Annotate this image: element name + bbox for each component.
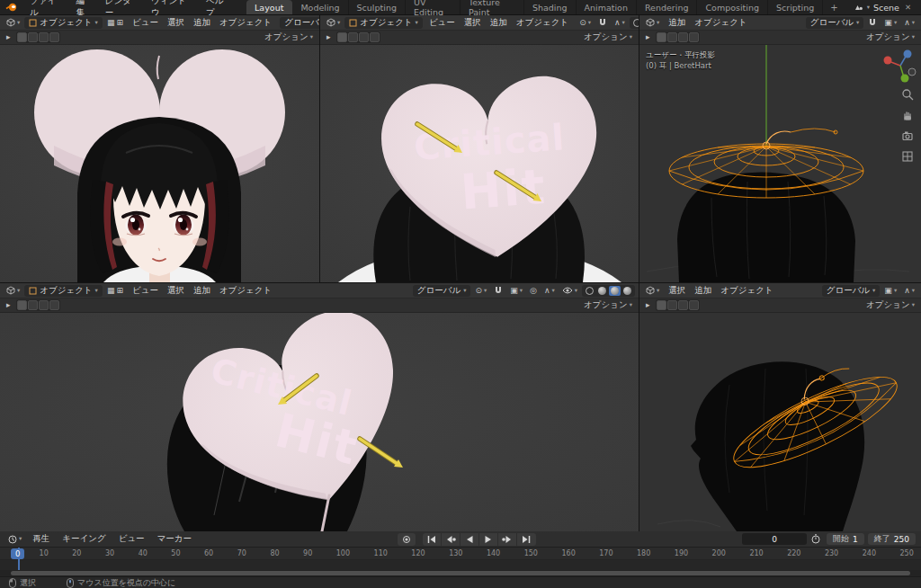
snap-toggle[interactable]	[491, 285, 505, 296]
orientation-dropdown[interactable]: グローバル▾	[413, 285, 471, 297]
editor-type-button[interactable]: ▾	[4, 285, 22, 296]
proportional-falloff-dropdown[interactable]: ∧▾	[901, 286, 917, 296]
scene-selector[interactable]: ▾ Scene ✕	[845, 0, 921, 14]
timeline-scrollbar[interactable]	[0, 570, 921, 576]
start-frame-field[interactable]: 開始1	[827, 533, 864, 545]
scrollbar-handle[interactable]	[11, 571, 910, 575]
play-button[interactable]	[479, 533, 498, 546]
viewport-menu-item[interactable]: 選択	[664, 284, 690, 298]
proportional-toggle[interactable]: ◎	[527, 286, 540, 296]
viewport-menu-item[interactable]: 追加	[690, 284, 716, 298]
toolbar-toggle[interactable]: ▸	[4, 32, 13, 42]
editor-type-button[interactable]: ▾	[5, 534, 24, 545]
viewport-canvas-wire-top[interactable]: ユーザー・平行投影 (0) 耳 | BeretHart	[639, 45, 921, 282]
workspace-tab[interactable]: UV Editing	[406, 0, 460, 14]
viewport-canvas-wire-side[interactable]	[639, 313, 921, 531]
editor-type-button[interactable]: ▾	[4, 17, 22, 28]
options-dropdown[interactable]: オプション▾	[863, 31, 917, 44]
active-tool-buttons[interactable]	[656, 31, 700, 43]
workspace-tab[interactable]: Rendering	[637, 0, 698, 14]
active-tool-buttons[interactable]	[16, 31, 60, 43]
timeline-menu-item[interactable]: マーカー	[151, 533, 198, 545]
workspace-tab[interactable]: Compositing	[697, 0, 768, 14]
viewport-menu-item[interactable]: オブジェクト	[690, 16, 751, 30]
orientation-dropdown[interactable]: グローバル▾	[280, 17, 319, 29]
preview-range-toggle[interactable]	[809, 533, 823, 545]
next-keyframe-button[interactable]	[498, 533, 517, 546]
app-menu-item[interactable]: ウィンドウ	[145, 0, 200, 14]
prev-keyframe-button[interactable]	[442, 533, 460, 546]
proportional-falloff-dropdown[interactable]: ∧▾	[901, 18, 917, 28]
workspace-tab[interactable]: Shading	[524, 0, 577, 14]
proportional-falloff-dropdown[interactable]: ∧▾	[541, 286, 558, 296]
workspace-tab[interactable]: Layout	[246, 0, 292, 14]
active-tool-buttons[interactable]	[656, 299, 700, 311]
add-workspace-button[interactable]: +	[823, 0, 845, 14]
viewport-shading-modes[interactable]	[630, 17, 639, 29]
viewport-menu-item[interactable]: 選択	[163, 16, 189, 30]
workspace-tab[interactable]: Scripting	[768, 0, 823, 14]
snap-target-dropdown[interactable]: ▣▾	[881, 18, 899, 28]
end-frame-field[interactable]: 終了250	[868, 533, 916, 545]
zoom-icon[interactable]	[901, 88, 914, 101]
viewport-menu-item[interactable]: 選択	[163, 284, 189, 298]
camera-view-icon[interactable]	[901, 129, 914, 142]
snap-toggle[interactable]	[595, 17, 610, 28]
workspace-tab[interactable]: Texture Paint	[460, 0, 524, 14]
toolbar-toggle[interactable]: ▸	[4, 300, 13, 310]
viewport-canvas-angle[interactable]: Critical Hit	[0, 313, 639, 531]
timeline-ruler[interactable]: 0102030405060708090100110120130140150160…	[0, 548, 921, 560]
active-tool-buttons[interactable]	[336, 31, 380, 43]
orientation-dropdown[interactable]: グローバル▾	[806, 17, 864, 29]
shading-solid-icon[interactable]	[598, 287, 606, 295]
viewport-menu-item[interactable]: オブジェクト	[215, 284, 276, 298]
viewport-menu-item[interactable]: オブジェクト	[512, 16, 573, 30]
pivot-dropdown[interactable]: ⊙▾	[472, 286, 489, 296]
snap-toggle[interactable]	[865, 17, 880, 28]
active-tool-buttons[interactable]	[16, 299, 60, 311]
jump-to-start-button[interactable]	[423, 533, 442, 546]
viewport-menu-item[interactable]: ビュー	[128, 284, 163, 298]
jump-to-end-button[interactable]	[517, 533, 536, 546]
app-menu-item[interactable]: 編集	[69, 0, 98, 14]
viewport-menu-item[interactable]: ビュー	[425, 16, 460, 30]
viewport-menu-item[interactable]: 選択	[460, 16, 486, 30]
orientation-dropdown[interactable]: グローバル▾	[822, 285, 881, 297]
character-front[interactable]	[77, 117, 241, 282]
toolbar-toggle[interactable]: ▸	[643, 300, 653, 310]
toolbar-toggle[interactable]: ▸	[643, 32, 653, 42]
workspace-tab[interactable]: Sculpting	[349, 0, 406, 14]
shading-rendered-icon[interactable]	[623, 287, 631, 295]
mode-dropdown[interactable]: オブジェクト▾	[344, 17, 423, 29]
app-menu-item[interactable]: ヘルプ	[200, 0, 237, 14]
snap-target-dropdown[interactable]: ▣▾	[507, 286, 525, 296]
viewport-menu-item[interactable]: オブジェクト	[716, 284, 777, 298]
mode-dropdown[interactable]: オブジェクト▾	[24, 285, 103, 297]
viewport-menu-item[interactable]: 追加	[664, 16, 690, 30]
timeline-menu-item[interactable]: ビュー	[112, 533, 151, 545]
shading-material-icon[interactable]	[611, 287, 619, 295]
viewport-menu-item[interactable]: 追加	[486, 16, 512, 30]
viewport-menu-item[interactable]: オブジェクト	[215, 16, 276, 30]
mode-transfer-icons[interactable]: ▦⊞	[104, 18, 126, 28]
snap-target-dropdown[interactable]: ▣▾	[881, 286, 899, 296]
options-dropdown[interactable]: オプション▾	[863, 298, 917, 312]
viewport-canvas-front[interactable]	[0, 45, 319, 282]
options-dropdown[interactable]: オプション▾	[262, 31, 316, 44]
auto-keying-toggle[interactable]	[398, 533, 416, 546]
play-reverse-button[interactable]	[460, 533, 479, 546]
viewport-menu-item[interactable]: 追加	[189, 284, 215, 298]
proportional-falloff-dropdown[interactable]: ∧▾	[612, 18, 628, 28]
workspace-tab[interactable]: Animation	[577, 0, 637, 14]
editor-type-button[interactable]: ▾	[643, 285, 662, 296]
editor-type-button[interactable]: ▾	[324, 17, 343, 28]
playhead[interactable]: 0	[11, 548, 24, 559]
timeline-menu-item[interactable]: キーイング	[56, 533, 112, 545]
timeline-menu-item[interactable]: 再生	[26, 533, 56, 545]
current-frame-field[interactable]: 0	[742, 533, 807, 545]
shading-wireframe-icon[interactable]	[633, 19, 639, 27]
ortho-grid-icon[interactable]	[901, 150, 914, 163]
pan-hand-icon[interactable]	[901, 109, 914, 121]
app-menu-item[interactable]: ファイル	[23, 0, 69, 14]
mode-dropdown[interactable]: オブジェクト▾	[24, 17, 103, 29]
